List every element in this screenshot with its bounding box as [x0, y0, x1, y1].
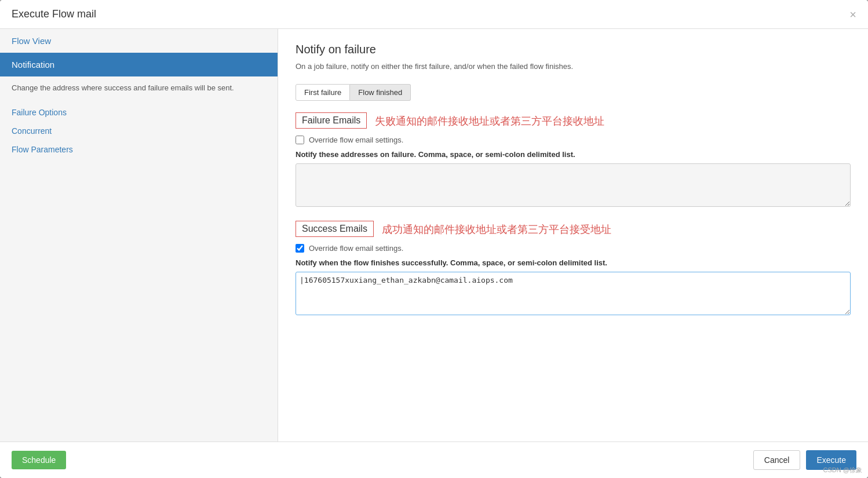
- success-override-checkbox[interactable]: [296, 244, 304, 253]
- success-emails-label: Success Emails: [296, 221, 374, 237]
- schedule-button[interactable]: Schedule: [12, 451, 66, 469]
- sidebar-nav-flow-parameters[interactable]: Flow Parameters: [0, 140, 278, 159]
- sidebar: Flow View Notification Change the addres…: [0, 29, 278, 441]
- sidebar-description: Change the address where success and fai…: [0, 76, 278, 103]
- tab-flow-finished[interactable]: Flow finished: [350, 84, 411, 101]
- success-override-row: Override flow email settings.: [296, 244, 851, 253]
- failure-email-textarea[interactable]: [296, 163, 851, 207]
- close-button[interactable]: ×: [849, 9, 856, 20]
- failure-emails-annotation: 失败通知的邮件接收地址或者第三方平台接收地址: [375, 114, 604, 128]
- failure-notify-label: Notify these addresses on failure. Comma…: [296, 150, 851, 159]
- sidebar-item-notification[interactable]: Notification: [0, 53, 278, 76]
- content-title: Notify on failure: [296, 43, 851, 56]
- modal-title: Execute Flow mail: [12, 8, 96, 20]
- failure-override-label: Override flow email settings.: [309, 136, 403, 144]
- tab-first-failure[interactable]: First failure: [296, 84, 350, 101]
- success-notify-label: Notify when the flow finishes successful…: [296, 258, 851, 267]
- success-email-textarea[interactable]: [296, 272, 851, 315]
- failure-emails-section-header: Failure Emails 失败通知的邮件接收地址或者第三方平台接收地址: [296, 112, 851, 130]
- sidebar-item-flow-view[interactable]: Flow View: [0, 29, 278, 53]
- cancel-button[interactable]: Cancel: [753, 450, 801, 470]
- success-override-label: Override flow email settings.: [309, 244, 403, 253]
- sidebar-nav-failure-options[interactable]: Failure Options: [0, 103, 278, 122]
- content-area: Notify on failure On a job failure, noti…: [278, 29, 868, 441]
- modal-header: Execute Flow mail ×: [0, 0, 868, 29]
- modal-body: Flow View Notification Change the addres…: [0, 29, 868, 441]
- success-emails-section-header: Success Emails 成功通知的邮件接收地址或者第三方平台接受地址: [296, 221, 851, 238]
- failure-emails-label: Failure Emails: [296, 112, 367, 129]
- success-emails-annotation: 成功通知的邮件接收地址或者第三方平台接受地址: [382, 222, 611, 236]
- content-description: On a job failure, notify on either the f…: [296, 61, 851, 72]
- failure-override-checkbox[interactable]: [296, 136, 304, 144]
- sidebar-nav-concurrent[interactable]: Concurrent: [0, 122, 278, 140]
- modal-footer: Schedule Cancel Execute: [0, 441, 868, 478]
- watermark: CSDN @徐象: [823, 466, 862, 475]
- failure-override-row: Override flow email settings.: [296, 136, 851, 144]
- tab-group: First failure Flow finished: [296, 84, 851, 101]
